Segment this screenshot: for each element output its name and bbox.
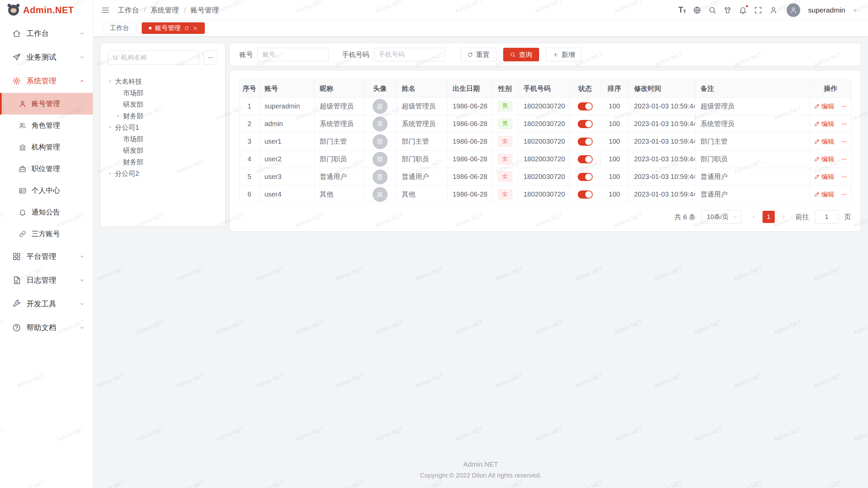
username[interactable]: superadmin bbox=[808, 6, 845, 14]
sidebar-item-dev-tools[interactable]: 开发工具 bbox=[0, 292, 93, 316]
sidebar-subitem-org-management[interactable]: 机构管理 bbox=[0, 136, 93, 158]
more-actions-button[interactable] bbox=[841, 191, 847, 198]
edit-button[interactable]: 编辑 bbox=[814, 102, 834, 111]
edit-button[interactable]: 编辑 bbox=[814, 120, 834, 128]
close-tab-icon[interactable] bbox=[193, 26, 198, 31]
edit-button[interactable]: 编辑 bbox=[814, 172, 834, 181]
tree-node-label: 市场部 bbox=[123, 88, 143, 98]
cell-order: 100 bbox=[600, 98, 629, 115]
sidebar-subitem-role-management[interactable]: 角色管理 bbox=[0, 115, 93, 136]
status-toggle[interactable] bbox=[578, 155, 593, 163]
sidebar-item-label: 业务测试 bbox=[26, 52, 79, 62]
org-search-input[interactable] bbox=[121, 54, 195, 61]
status-toggle[interactable] bbox=[578, 138, 593, 146]
status-toggle[interactable] bbox=[578, 190, 593, 199]
edit-button[interactable]: 编辑 bbox=[814, 155, 834, 164]
footer-title: Admin.NET bbox=[101, 461, 861, 468]
gender-badge: 男 bbox=[498, 119, 512, 129]
theme-icon[interactable] bbox=[724, 6, 732, 14]
search-button[interactable]: 查询 bbox=[503, 48, 539, 61]
next-page-button[interactable] bbox=[777, 211, 790, 223]
tree-node[interactable]: 分公司2 bbox=[108, 168, 218, 179]
sidebar-item-platform-management[interactable]: 平台管理 bbox=[0, 245, 93, 268]
sidebar-subitem-position-management[interactable]: 职位管理 bbox=[0, 158, 93, 180]
id-card-icon bbox=[19, 187, 26, 195]
total-count: 共 6 条 bbox=[674, 212, 695, 222]
sidebar: Admin.NET 工作台 业务测试 系统管理 账号管理 bbox=[0, 0, 93, 488]
language-icon[interactable] bbox=[693, 6, 701, 14]
fullscreen-icon[interactable] bbox=[754, 6, 762, 14]
status-toggle[interactable] bbox=[578, 120, 593, 128]
tree-node[interactable]: 研发部 bbox=[108, 99, 218, 110]
sidebar-subitem-account-management[interactable]: 账号管理 bbox=[0, 93, 93, 115]
chevron-down-icon bbox=[79, 55, 85, 60]
add-button[interactable]: 新增 bbox=[546, 48, 582, 61]
table-row: 3 user1 部门主管 部 部门主管 1986-06-28 女 1802003… bbox=[240, 133, 851, 150]
more-actions-button[interactable] bbox=[841, 156, 847, 162]
tree-node[interactable]: 财务部 bbox=[108, 110, 218, 122]
caret-icon[interactable] bbox=[108, 125, 113, 130]
sidebar-item-system-management[interactable]: 系统管理 bbox=[0, 69, 93, 93]
account-input[interactable] bbox=[257, 48, 329, 61]
tree-node[interactable]: 财务部 bbox=[108, 156, 218, 168]
sidebar-subitem-personal-center[interactable]: 个人中心 bbox=[0, 180, 93, 201]
cell-phone: 18020030720 bbox=[518, 115, 570, 133]
page-size-select[interactable]: 10条/页 bbox=[702, 210, 742, 224]
tree-node[interactable]: 研发部 bbox=[108, 145, 218, 156]
user-layout-icon[interactable] bbox=[769, 6, 777, 14]
font-size-icon[interactable]: TT bbox=[678, 6, 686, 14]
cell-remark: 普通用户 bbox=[695, 168, 810, 186]
edit-button[interactable]: 编辑 bbox=[814, 137, 834, 146]
sidebar-item-workbench[interactable]: 工作台 bbox=[0, 22, 93, 45]
search-icon[interactable] bbox=[708, 6, 716, 14]
more-actions-button[interactable] bbox=[841, 103, 847, 109]
tree-node[interactable]: 市场部 bbox=[108, 87, 218, 99]
prev-page-button[interactable] bbox=[748, 211, 760, 223]
sidebar-item-label: 开发工具 bbox=[26, 299, 79, 309]
avatar: 普 bbox=[373, 169, 388, 184]
caret-icon[interactable] bbox=[116, 114, 121, 118]
tab-workbench[interactable]: 工作台 bbox=[103, 22, 136, 34]
edit-button[interactable]: 编辑 bbox=[814, 190, 834, 199]
cell-no: 2 bbox=[240, 115, 259, 133]
more-actions-button[interactable] bbox=[841, 174, 847, 180]
tab-account-management[interactable]: 账号管理 bbox=[142, 22, 205, 34]
page-button-1[interactable]: 1 bbox=[763, 211, 775, 223]
cell-no: 6 bbox=[240, 186, 259, 203]
table-row: 2 admin 系统管理员 系 系统管理员 1986-06-28 男 18020… bbox=[240, 115, 851, 133]
breadcrumb-item[interactable]: 工作台 bbox=[118, 5, 139, 15]
sidebar-subitem-third-account[interactable]: 三方账号 bbox=[0, 223, 93, 245]
cell-phone: 18020030720 bbox=[518, 133, 570, 150]
status-toggle[interactable] bbox=[578, 102, 593, 110]
collapse-menu-icon[interactable] bbox=[101, 6, 110, 14]
notification-icon[interactable] bbox=[739, 6, 747, 14]
tree-node[interactable]: 分公司1 bbox=[108, 122, 218, 133]
sidebar-item-log-management[interactable]: 日志管理 bbox=[0, 268, 93, 292]
chevron-down-icon[interactable] bbox=[852, 7, 858, 13]
sidebar-item-help-docs[interactable]: 帮助文档 bbox=[0, 316, 93, 340]
content-area: 大名科技 市场部 研发部 财务部 bbox=[93, 36, 868, 488]
tree-node[interactable]: 市场部 bbox=[108, 133, 218, 145]
reset-button[interactable]: 重置 bbox=[460, 48, 496, 61]
user-avatar[interactable] bbox=[787, 3, 800, 17]
refresh-tab-icon[interactable] bbox=[184, 26, 189, 31]
tree-node-label: 财务部 bbox=[123, 111, 143, 121]
gender-badge: 男 bbox=[498, 101, 512, 111]
avatar: 部 bbox=[373, 152, 388, 167]
phone-input[interactable] bbox=[374, 48, 445, 61]
sidebar-subitem-notice[interactable]: 通知公告 bbox=[0, 201, 93, 223]
app-logo-icon bbox=[8, 5, 19, 16]
caret-icon[interactable] bbox=[108, 79, 113, 84]
caret-icon[interactable] bbox=[108, 171, 113, 176]
more-actions-button[interactable] bbox=[841, 121, 847, 127]
status-toggle[interactable] bbox=[578, 173, 593, 181]
cell-birth: 1986-06-28 bbox=[448, 150, 492, 168]
more-actions-button[interactable] bbox=[841, 139, 847, 145]
breadcrumb-item[interactable]: 系统管理 bbox=[151, 5, 179, 15]
sidebar-item-business-test[interactable]: 业务测试 bbox=[0, 45, 93, 69]
sidebar-subitem-label: 账号管理 bbox=[32, 99, 60, 108]
goto-page-input[interactable] bbox=[815, 210, 839, 224]
tree-node[interactable]: 大名科技 bbox=[108, 76, 218, 87]
tree-more-button[interactable] bbox=[203, 50, 218, 65]
chevron-down-icon bbox=[79, 278, 85, 283]
